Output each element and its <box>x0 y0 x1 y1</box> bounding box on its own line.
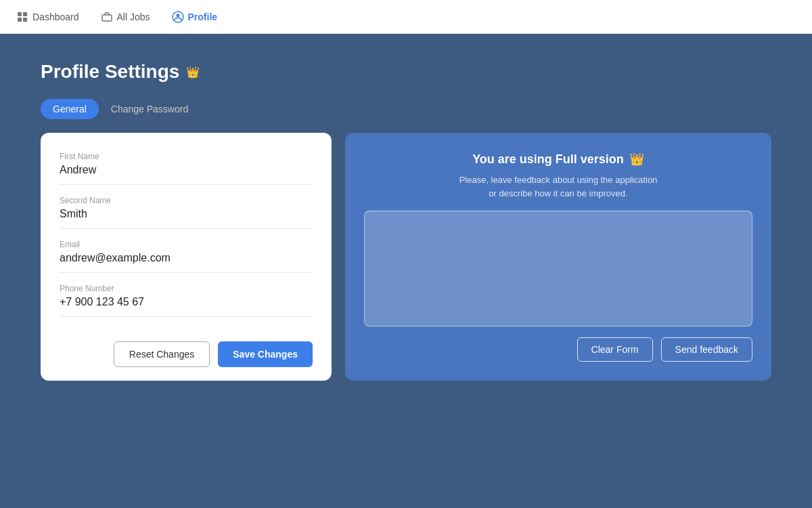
profile-card: First Name Andrew Second Name Smith Emai… <box>41 133 332 381</box>
svg-rect-2 <box>18 18 22 22</box>
label-second-name: Second Name <box>60 196 313 205</box>
feedback-card: You are using Full version 👑 Please, lea… <box>345 133 771 381</box>
main-content: Profile Settings 👑 General Change Passwo… <box>0 34 812 408</box>
value-second-name: Smith <box>60 208 313 220</box>
nav-label-profile: Profile <box>188 12 218 22</box>
save-changes-button[interactable]: Save Changes <box>218 341 313 367</box>
field-group-first-name: First Name Andrew <box>60 152 313 185</box>
tabs-container: General Change Password <box>41 99 771 119</box>
feedback-textarea[interactable] <box>364 211 752 326</box>
page-title: Profile Settings <box>41 61 179 83</box>
value-email: andrew@example.com <box>60 252 313 264</box>
feedback-title-text: You are using Full version <box>472 152 624 167</box>
svg-rect-4 <box>102 15 112 21</box>
profile-card-actions: Reset Changes Save Changes <box>60 341 313 367</box>
label-first-name: First Name <box>60 152 313 161</box>
nav-label-all-jobs: All Jobs <box>117 12 150 22</box>
cards-container: First Name Andrew Second Name Smith Emai… <box>41 133 771 381</box>
tab-change-password[interactable]: Change Password <box>99 99 200 119</box>
nav-label-dashboard: Dashboard <box>32 12 79 22</box>
user-circle-icon <box>172 11 184 23</box>
label-phone: Phone Number <box>60 284 313 293</box>
svg-rect-1 <box>23 12 27 16</box>
navbar: Dashboard All Jobs Profile <box>0 0 812 34</box>
label-email: Email <box>60 240 313 249</box>
field-group-second-name: Second Name Smith <box>60 196 313 229</box>
briefcase-icon <box>101 11 113 23</box>
value-first-name: Andrew <box>60 164 313 176</box>
nav-item-dashboard[interactable]: Dashboard <box>16 11 79 23</box>
page-title-area: Profile Settings 👑 <box>41 61 771 83</box>
title-crown-icon: 👑 <box>186 66 200 79</box>
feedback-description: Please, leave feedback about using the a… <box>459 173 658 200</box>
value-phone: +7 900 123 45 67 <box>60 296 313 308</box>
svg-rect-3 <box>23 18 27 22</box>
nav-item-all-jobs[interactable]: All Jobs <box>101 11 150 23</box>
send-feedback-button[interactable]: Send feedback <box>661 337 752 362</box>
field-group-email: Email andrew@example.com <box>60 240 313 273</box>
feedback-crown-icon: 👑 <box>629 152 644 167</box>
tab-general[interactable]: General <box>41 99 99 119</box>
clear-form-button[interactable]: Clear Form <box>577 337 653 362</box>
feedback-title: You are using Full version 👑 <box>472 152 644 167</box>
field-group-phone: Phone Number +7 900 123 45 67 <box>60 284 313 317</box>
feedback-actions: Clear Form Send feedback <box>577 337 752 362</box>
nav-item-profile[interactable]: Profile <box>172 11 218 23</box>
grid-icon <box>16 11 28 23</box>
reset-changes-button[interactable]: Reset Changes <box>114 341 210 367</box>
svg-point-6 <box>176 14 179 17</box>
svg-rect-0 <box>18 12 22 16</box>
